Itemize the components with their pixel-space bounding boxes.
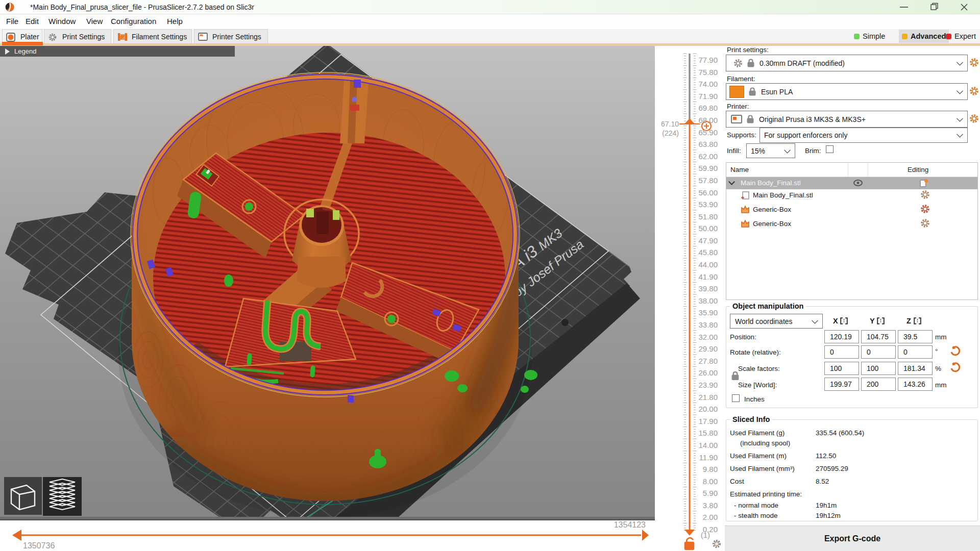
svg-text:67.10: 67.10 bbox=[661, 120, 679, 128]
svg-text:1354123: 1354123 bbox=[614, 520, 646, 529]
svg-text:1350736: 1350736 bbox=[23, 541, 55, 550]
svg-text:(224): (224) bbox=[662, 129, 679, 137]
